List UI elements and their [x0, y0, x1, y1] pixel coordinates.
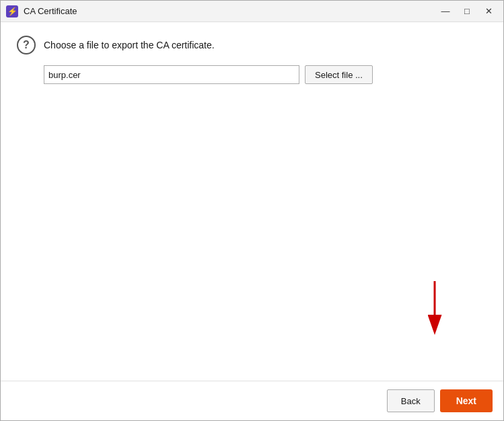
- window-controls: — □ ✕: [436, 4, 498, 19]
- app-icon: ⚡: [6, 5, 18, 17]
- header-row: ? Choose a file to export the CA certifi…: [17, 36, 487, 54]
- maximize-button[interactable]: □: [458, 4, 476, 19]
- file-path-input[interactable]: [44, 65, 299, 84]
- ca-certificate-window: ⚡ CA Certificate — □ ✕ ? Choose a file t…: [0, 0, 504, 421]
- question-icon: ?: [17, 36, 36, 54]
- description-text: Choose a file to export the CA certifica…: [44, 40, 215, 50]
- close-button[interactable]: ✕: [479, 4, 498, 19]
- spacer: [17, 84, 487, 367]
- window-title: CA Certificate: [24, 6, 77, 16]
- title-bar-left: ⚡ CA Certificate: [6, 5, 77, 17]
- title-bar: ⚡ CA Certificate — □ ✕: [1, 1, 503, 22]
- footer: Back Next: [1, 381, 503, 420]
- next-button[interactable]: Next: [440, 389, 493, 412]
- select-file-button[interactable]: Select file ...: [305, 65, 373, 84]
- file-row: Select file ...: [44, 65, 487, 84]
- back-button[interactable]: Back: [387, 389, 435, 412]
- content-area: ? Choose a file to export the CA certifi…: [1, 22, 503, 381]
- minimize-button[interactable]: —: [436, 4, 455, 19]
